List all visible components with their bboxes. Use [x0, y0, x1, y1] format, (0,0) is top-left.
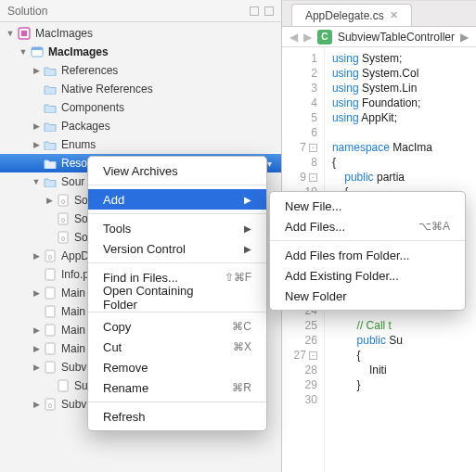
cs-file-icon: {} — [43, 398, 58, 411]
menu-item[interactable]: View Archives — [88, 160, 266, 181]
solution-icon — [17, 27, 32, 40]
cs-file-icon — [43, 324, 58, 337]
nav-back-icon[interactable]: ◀ — [289, 31, 298, 44]
native-refs-node[interactable]: Native References — [0, 80, 281, 98]
svg-text:{}: {} — [61, 236, 65, 241]
svg-rect-12 — [45, 269, 55, 280]
menu-item[interactable]: New Folder — [270, 286, 465, 306]
menu-item[interactable]: Version Control▶ — [88, 238, 266, 259]
plist-icon — [43, 268, 58, 281]
components-node[interactable]: Components — [0, 98, 281, 117]
svg-rect-3 — [32, 47, 43, 50]
panel-collapse-icon[interactable] — [250, 6, 259, 16]
references-node[interactable]: ▶References — [0, 61, 281, 80]
folder-icon — [43, 101, 58, 114]
svg-text:{}: {} — [61, 198, 65, 204]
menu-item[interactable]: Add Files from Folder... — [270, 245, 465, 265]
folder-icon — [43, 64, 58, 77]
solution-root[interactable]: ▼MacImages — [0, 24, 281, 43]
svg-rect-16 — [45, 343, 55, 354]
xib-icon — [56, 379, 71, 392]
menu-item[interactable]: Remove — [88, 357, 266, 377]
cs-file-icon — [43, 342, 58, 355]
breadcrumb[interactable]: ◀ ▶ C SubviewTableController ▶ — [282, 27, 476, 47]
svg-rect-17 — [45, 362, 55, 373]
editor-tab-active[interactable]: AppDelegate.cs ✕ — [291, 4, 412, 26]
chevron-right-icon: ▶ — [460, 31, 469, 44]
context-menu[interactable]: View ArchivesAdd▶Tools▶Version Control▶F… — [87, 156, 267, 431]
folder-icon — [43, 175, 58, 188]
storyboard-icon — [43, 305, 58, 318]
svg-rect-1 — [21, 31, 27, 36]
solution-header: Solution — [0, 0, 281, 22]
panel-close-icon[interactable] — [264, 6, 274, 16]
svg-rect-13 — [45, 287, 55, 299]
project-icon — [30, 45, 45, 58]
cs-file-icon: {} — [56, 212, 71, 225]
svg-rect-15 — [45, 325, 55, 336]
tab-label: AppDelegate.cs — [305, 9, 384, 22]
cs-file-icon — [43, 361, 58, 374]
chevron-right-icon: ▶ — [244, 223, 251, 234]
editor-tabbar: AppDelegate.cs ✕ — [282, 1, 476, 27]
cs-file-icon — [43, 287, 58, 300]
menu-item[interactable]: Add Files...⌥⌘A — [270, 216, 465, 236]
close-icon[interactable]: ✕ — [390, 9, 398, 21]
folder-icon — [43, 138, 58, 151]
cs-file-icon: {} — [56, 194, 71, 207]
folder-icon — [43, 120, 58, 133]
svg-text:{}: {} — [61, 217, 65, 223]
folder-icon — [43, 157, 58, 170]
fold-toggle-icon[interactable]: - — [309, 173, 317, 182]
fold-toggle-icon[interactable]: - — [309, 351, 317, 360]
menu-item[interactable]: Tools▶ — [88, 218, 266, 238]
menu-item[interactable]: Copy⌘C — [88, 316, 266, 337]
svg-rect-14 — [45, 306, 55, 317]
chevron-right-icon: ▶ — [244, 195, 251, 205]
project-node[interactable]: ▼MacImages — [0, 43, 281, 61]
svg-text:{}: {} — [48, 254, 52, 260]
packages-node[interactable]: ▶Packages — [0, 117, 281, 135]
cs-file-icon: {} — [56, 231, 71, 244]
menu-item[interactable]: Rename⌘R — [88, 377, 266, 398]
menu-item[interactable]: New File... — [270, 196, 465, 216]
chevron-right-icon: ▶ — [244, 244, 251, 254]
folder-icon — [43, 83, 58, 96]
menu-item[interactable]: Open Containing Folder — [88, 287, 266, 308]
context-submenu-add[interactable]: New File...Add Files...⌥⌘AAdd Files from… — [269, 191, 466, 311]
breadcrumb-item[interactable]: SubviewTableController — [338, 31, 455, 44]
solution-title: Solution — [7, 5, 244, 18]
class-icon: C — [317, 30, 332, 45]
menu-item[interactable]: Refresh — [88, 406, 266, 427]
fold-toggle-icon[interactable]: - — [309, 144, 317, 152]
menu-item[interactable]: Add▶ — [88, 189, 266, 210]
menu-item[interactable]: Add Existing Folder... — [270, 265, 465, 286]
enums-node[interactable]: ▶Enums — [0, 135, 281, 154]
svg-rect-18 — [58, 380, 68, 391]
menu-item[interactable]: Cut⌘X — [88, 337, 266, 357]
svg-text:{}: {} — [48, 402, 52, 408]
nav-fwd-icon[interactable]: ▶ — [303, 31, 312, 44]
cs-file-icon: {} — [43, 249, 58, 262]
